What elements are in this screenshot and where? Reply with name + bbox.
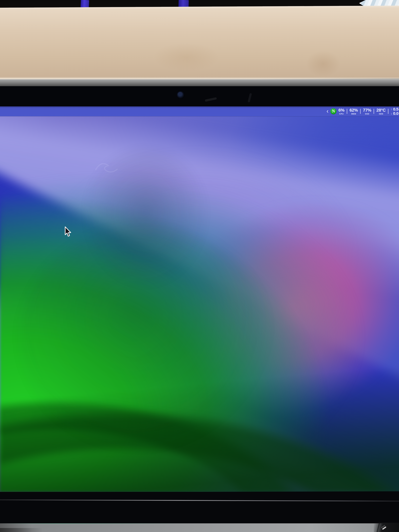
ssd-value: 77% [363,108,371,112]
laptop-lid-edge [0,79,399,86]
stat-ssd[interactable]: 77% SSD [363,108,371,115]
webcam [177,92,183,98]
upload-value: 0.5 [393,107,399,111]
wallpaper-pale-band [0,106,399,307]
cpu-label: CPU [339,113,343,115]
menu-separator: | [373,108,374,114]
board-edge-highlight [0,77,399,79]
deck-left-shadow [0,528,43,532]
wallpaper-violet-shade [0,106,399,492]
laptop-bezel-top [0,86,399,106]
mouse-cursor [64,227,71,237]
laptop-screen: ‹ N 6% CPU | 62% MEM | 77% SSD | 28 [0,106,399,492]
wallpaper-green-wave [0,106,399,492]
stat-sensor[interactable]: 28°C SEN [376,108,386,115]
wallpaper-navy-band [0,138,399,492]
collapse-chevron-icon[interactable]: ‹ [327,107,329,114]
board-stain [153,43,219,72]
stat-mem[interactable]: 62% MEM [349,108,358,115]
network-download-row: ↓ 0.0 [391,111,399,115]
sensor-label: SEN [379,113,383,115]
deck-glow-line [0,523,186,524]
cpu-value: 6% [338,108,344,112]
mem-label: MEM [351,113,356,115]
network-upload-row: ↑ 0.5 [391,107,399,111]
green-n-app-icon[interactable]: N [330,108,336,114]
laptop-keyboard-deck [0,523,399,532]
upload-arrow-icon: ↑ [391,108,392,111]
download-arrow-icon: ↓ [391,112,392,115]
desktop-wallpaper [0,106,399,492]
stat-cpu[interactable]: 6% CPU [338,108,344,115]
menu-separator: | [346,108,348,114]
wallpaper-blue-area [0,106,399,492]
menu-bar: ‹ N 6% CPU | 62% MEM | 77% SSD | 28 [0,106,399,116]
mem-value: 62% [349,108,358,112]
wallpaper-green-glow [0,106,399,492]
wallpaper-teal-area [0,106,399,492]
wallpaper-violet-haze [40,146,359,359]
n-letter: N [332,109,335,114]
laptop-bezel-bottom [0,491,399,524]
wallpaper-green-wave [0,106,399,492]
wallpaper-dark-bottom [0,106,399,492]
wallpaper-pink-glow [82,120,399,492]
menu-separator: | [387,108,389,114]
board-stain [306,51,341,77]
download-value: 0.0 [393,111,399,115]
menu-bar-status-items: ‹ N 6% CPU | 62% MEM | 77% SSD | 28 [327,106,399,116]
photo-of-laptop: ‹ N 6% CPU | 62% MEM | 77% SSD | 28 [0,0,399,532]
cap-logo-reflection [93,157,122,176]
sensor-value: 28°C [376,108,386,112]
stat-network[interactable]: ↑ 0.5 ↓ 0.0 [391,107,399,115]
photographer-reflection-body [20,226,273,452]
menu-separator: | [360,108,361,114]
ssd-label: SSD [365,113,369,115]
